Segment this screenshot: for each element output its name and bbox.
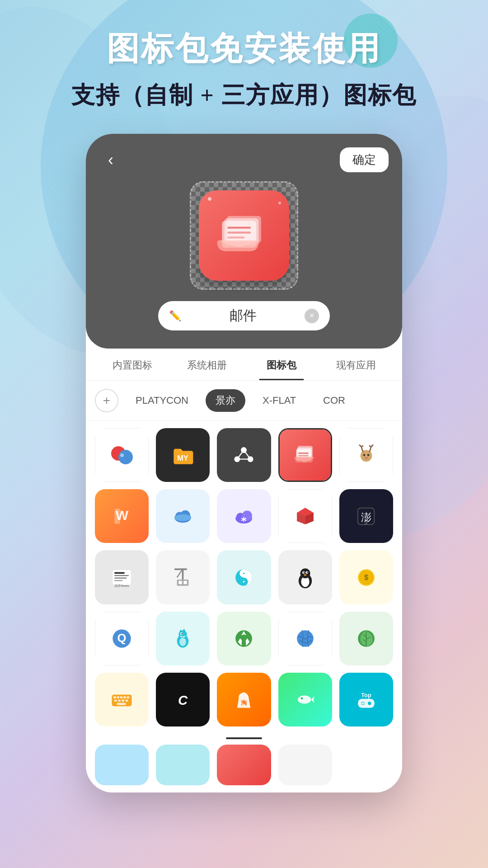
name-input-container[interactable]: ✏️ 邮件 ×	[158, 301, 330, 330]
icon-cell[interactable]	[217, 550, 271, 604]
icon-cell[interactable]: W	[95, 489, 149, 543]
svg-rect-89	[113, 696, 116, 698]
svg-rect-20	[298, 455, 309, 457]
pack-platycon[interactable]: PLATYCON	[126, 390, 198, 411]
svg-point-24	[365, 457, 368, 459]
phone-header: ‹ 确定	[86, 134, 402, 349]
svg-line-14	[244, 450, 251, 459]
svg-text:Top: Top	[361, 692, 371, 698]
icon-cell[interactable]	[156, 550, 210, 604]
icon-cell[interactable]	[217, 489, 271, 543]
svg-rect-47	[114, 577, 127, 578]
icon-cell-partial[interactable]	[156, 745, 210, 785]
svg-point-63	[300, 568, 310, 578]
svg-rect-104	[358, 699, 375, 708]
icon-cell[interactable]	[278, 489, 332, 543]
svg-point-7	[118, 450, 133, 464]
svg-rect-96	[122, 699, 125, 702]
svg-rect-26	[114, 509, 120, 524]
svg-rect-19	[298, 453, 309, 454]
icon-cell[interactable]	[95, 428, 149, 482]
icon-cell[interactable]: Top	[339, 673, 393, 726]
svg-rect-94	[114, 699, 117, 702]
icon-cell[interactable]	[156, 612, 210, 665]
svg-point-106	[368, 702, 371, 705]
svg-line-13	[237, 450, 244, 459]
svg-rect-92	[123, 696, 126, 698]
edit-icon: ✏️	[169, 310, 181, 322]
icon-cell[interactable]: 澎湃News	[95, 550, 149, 604]
svg-rect-48	[114, 580, 122, 581]
icon-preview-area	[190, 181, 298, 290]
svg-rect-98	[117, 703, 126, 705]
svg-point-101	[298, 695, 311, 703]
clear-icon[interactable]: ×	[305, 309, 319, 323]
icon-cell[interactable]	[339, 612, 393, 665]
icon-cell[interactable]	[339, 428, 393, 482]
svg-rect-97	[126, 699, 128, 702]
svg-text:Q: Q	[117, 632, 127, 644]
svg-text:C: C	[178, 692, 188, 707]
tab-system-gallery[interactable]: 系统相册	[169, 349, 244, 380]
svg-point-22	[363, 454, 366, 456]
icon-cell[interactable]: 澎 湃	[339, 489, 393, 543]
phone-body: 内置图标 系统相册 图标包 现有应用 + PLATYCON 景亦 X-FLAT …	[86, 349, 402, 793]
tab-existing-apps[interactable]: 现有应用	[319, 349, 393, 380]
tabs-row: 内置图标 系统相册 图标包 现有应用	[86, 349, 402, 381]
icon-cell[interactable]	[278, 550, 332, 604]
icon-cell[interactable]	[217, 612, 271, 665]
icon-cell[interactable]	[156, 489, 210, 543]
icon-cell[interactable]: Q	[95, 612, 149, 665]
app-name-text: 邮件	[188, 307, 297, 325]
icon-grid-partial	[86, 745, 402, 793]
scroll-bar	[226, 737, 262, 739]
icon-cell[interactable]	[278, 673, 332, 726]
svg-text:湃: 湃	[364, 521, 368, 525]
svg-rect-93	[127, 696, 130, 698]
add-pack-button[interactable]: +	[95, 389, 118, 412]
icon-cell[interactable]: 淘	[217, 673, 271, 726]
title-main: 图标包免安装使用	[107, 27, 381, 71]
svg-point-80	[179, 637, 186, 646]
pack-cor[interactable]: COR	[313, 390, 355, 411]
svg-rect-5	[227, 236, 244, 238]
phone-nav: ‹ 确定	[99, 147, 389, 172]
svg-point-102	[301, 697, 303, 699]
svg-text:澎湃News: 澎湃News	[114, 583, 129, 587]
back-button[interactable]: ‹	[99, 149, 122, 171]
icon-cell-partial[interactable]	[278, 745, 332, 785]
mail-icon-svg	[215, 211, 273, 260]
icon-cell[interactable]: $	[339, 550, 393, 604]
svg-rect-54	[179, 580, 182, 584]
icon-cell[interactable]	[217, 428, 271, 482]
icon-cell-partial[interactable]	[95, 745, 149, 785]
icon-cell[interactable]	[278, 612, 332, 665]
pack-jingyi[interactable]: 景亦	[206, 389, 245, 412]
svg-rect-4	[227, 231, 251, 233]
icon-cell[interactable]	[95, 673, 149, 726]
tab-builtin-icons[interactable]: 内置图标	[95, 349, 169, 380]
icon-grid: MY	[86, 421, 402, 734]
svg-rect-45	[114, 572, 125, 574]
svg-point-66	[303, 572, 305, 573]
tab-icon-pack[interactable]: 图标包	[244, 349, 319, 380]
icon-cell[interactable]: C	[156, 673, 210, 726]
pack-xflat[interactable]: X-FLAT	[253, 390, 306, 411]
svg-point-67	[306, 572, 308, 573]
svg-point-59	[243, 572, 245, 574]
icon-cell[interactable]: MY	[156, 428, 210, 482]
svg-rect-46	[114, 575, 129, 576]
icon-cell-selected[interactable]	[278, 428, 332, 482]
svg-text:淘: 淘	[241, 699, 247, 706]
icon-cell-partial[interactable]	[217, 745, 271, 785]
svg-point-21	[361, 450, 372, 462]
svg-point-23	[367, 454, 370, 456]
phone-mockup: ‹ 确定	[86, 134, 402, 793]
title-sub: 支持（自制 + 三方应用）图标包	[71, 80, 417, 111]
svg-point-68	[304, 574, 306, 576]
svg-rect-90	[117, 696, 120, 698]
main-icon	[199, 190, 289, 281]
svg-rect-55	[184, 580, 187, 584]
svg-rect-91	[120, 696, 123, 698]
confirm-button[interactable]: 确定	[340, 147, 389, 172]
